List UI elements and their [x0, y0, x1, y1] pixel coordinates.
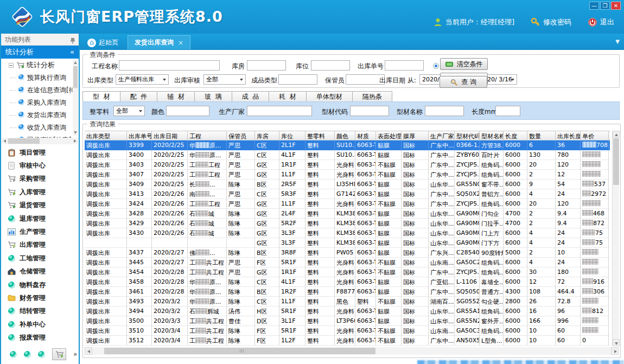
- scroll-left-icon[interactable]: [3, 139, 6, 143]
- sidebar-module[interactable]: 工地管理: [1, 252, 79, 265]
- tree-vertical-scrollbar[interactable]: [73, 60, 78, 136]
- column-header[interactable]: 库位: [279, 131, 305, 141]
- column-header[interactable]: 整零料: [305, 131, 335, 141]
- scrollbar-thumb[interactable]: [73, 66, 78, 88]
- module-dot-icon[interactable]: [38, 351, 45, 358]
- column-header[interactable]: 库房: [255, 131, 279, 141]
- location-input[interactable]: [311, 60, 350, 71]
- material-tab[interactable]: 成 品: [232, 91, 270, 102]
- warehouse-input[interactable]: [247, 60, 286, 71]
- scroll-right-icon[interactable]: [611, 347, 619, 355]
- sidebar-module[interactable]: 生产管理: [1, 225, 79, 238]
- sidebar-module[interactable]: 退库管理: [1, 212, 79, 225]
- material-tab[interactable]: 配 件: [120, 91, 158, 102]
- tree-item[interactable]: 采购入库查询: [1, 97, 79, 109]
- sidebar-module[interactable]: 出库管理: [1, 239, 79, 252]
- table-vertical-scrollbar[interactable]: [612, 131, 619, 346]
- scroll-down-icon[interactable]: [613, 339, 620, 346]
- product-type-input[interactable]: [278, 74, 317, 85]
- radio-selected-icon[interactable]: [433, 63, 439, 69]
- sidebar-module[interactable]: 采购管理: [1, 173, 79, 186]
- tree-item[interactable]: 发货出库查询: [1, 109, 79, 122]
- tab-home[interactable]: ⌂ 起始页: [83, 36, 123, 49]
- tree-root[interactable]: 统计分析: [1, 59, 79, 72]
- tree-item[interactable]: 预算执行查询: [1, 72, 79, 84]
- clear-conditions-button[interactable]: 清空条件: [440, 58, 488, 70]
- table-row[interactable]: 调拨出库35102020/3/4工共工程陈琳F区5R1F整料光身料6063-T5…: [85, 326, 610, 336]
- tree-item[interactable]: 收货入库查询: [1, 122, 79, 134]
- search-button[interactable]: 查 询: [440, 76, 487, 88]
- table-row[interactable]: 调拨出库34072020/2/25工工程严思G区1L1F整料光身料6063-T5…: [85, 170, 610, 180]
- material-tab[interactable]: 单体型材: [307, 91, 353, 102]
- table-row[interactable]: 调拨出库34542020/2/28工共工程严思G区1R1F整料光身料6063-T…: [85, 267, 610, 277]
- column-header[interactable]: 出库单号: [127, 131, 152, 141]
- tree-item[interactable]: 退货查询[待定]: [1, 134, 79, 138]
- material-tab[interactable]: 耗 材: [269, 91, 307, 102]
- table-row[interactable]: 调拨出库35002020/3/3工共工程曹佳D区3L1F整料LT3P606063…: [85, 316, 610, 326]
- change-password-button[interactable]: 修改密码: [531, 17, 571, 27]
- order-no-input[interactable]: [385, 60, 424, 71]
- whole-part-combo[interactable]: 全部: [113, 106, 145, 116]
- column-header[interactable]: 膜厚: [402, 131, 429, 141]
- column-header[interactable]: 出库类型: [85, 131, 127, 141]
- scroll-up-icon[interactable]: [74, 61, 77, 64]
- column-header[interactable]: 材质: [355, 131, 376, 141]
- tab-shipping-outbound-query[interactable]: 发货出库查询 ×: [128, 35, 190, 49]
- table-row[interactable]: 调拨出库34942020/3/2石辉城汤伟H区5R1F整料光身料6063-T5贴…: [85, 306, 610, 316]
- module-dot-icon[interactable]: [10, 351, 17, 358]
- table-horizontal-scrollbar[interactable]: [85, 347, 619, 355]
- sidebar-module[interactable]: 退货管理: [1, 199, 79, 212]
- table-row[interactable]: 调拨出库34132020/2/26南...严思C区5R3F整料G71422606…: [85, 189, 610, 199]
- profile-name-input[interactable]: [425, 106, 464, 116]
- scrollbar-thumb[interactable]: [8, 138, 40, 144]
- scroll-left-icon[interactable]: [85, 347, 92, 355]
- color-input[interactable]: [166, 106, 209, 116]
- table-row[interactable]: 调拨出库34292020/2/26石城陈琳G区5R2F整料KLM38176063…: [85, 219, 610, 228]
- material-tab[interactable]: 型 材: [82, 91, 120, 102]
- scrollbar-thumb[interactable]: [104, 348, 375, 354]
- collapse-icon[interactable]: «: [70, 46, 74, 59]
- audit-combo[interactable]: 全部: [203, 74, 246, 85]
- column-header[interactable]: 出库日期: [152, 131, 188, 141]
- table-row[interactable]: 调拨出库35122020/3/4工共工程陈琳F区1L2F整料光身料6063-T5…: [85, 336, 610, 346]
- table-row[interactable]: 调拨出库34242020/2/26工工程严思G区1L1F整料光身料6063-T5…: [85, 199, 610, 209]
- column-header[interactable]: 出库长度: [556, 131, 581, 141]
- table-row[interactable]: 调拨出库34282020/2/26石城陈琳G区2L4F整料KLM38176063…: [85, 209, 610, 219]
- table-row[interactable]: 调拨出库34302020/2/26石城陈琳G区3L3F整料KLM38176063…: [85, 228, 610, 238]
- column-header[interactable]: 生产厂家: [429, 131, 455, 141]
- sidebar-section-statistics[interactable]: 统计分析 «: [1, 46, 79, 59]
- tab-list-caret-icon[interactable]: ▼: [615, 39, 620, 44]
- cart-module-button[interactable]: [52, 348, 66, 360]
- table-row[interactable]: 调拨出库34932020/3/2华原...陈琳C区1L1F整料黑色塑料不贴膜国标…: [85, 297, 610, 306]
- column-header[interactable]: 型材代码: [455, 131, 480, 141]
- maximize-button[interactable]: ❐: [600, 2, 610, 10]
- sidebar-module[interactable]: 仓储管理: [1, 265, 79, 278]
- column-header[interactable]: 保管员: [227, 131, 255, 141]
- table-row[interactable]: 调拨出库34582020/2/28华原...陈琳C区4L1F整料光身料6063-…: [85, 277, 610, 287]
- tree-expander-icon[interactable]: [9, 63, 14, 68]
- module-dot-icon[interactable]: [24, 351, 31, 358]
- sidebar-module[interactable]: 报废管理: [1, 331, 79, 344]
- scroll-up-icon[interactable]: [613, 131, 620, 138]
- sidebar-module[interactable]: 财务管理: [1, 291, 79, 304]
- table-row[interactable]: 调拨出库33992020/2/25华原...严思C区2L1F整料SU10...6…: [85, 141, 610, 150]
- profile-code-input[interactable]: [350, 106, 389, 116]
- length-input[interactable]: [495, 106, 520, 116]
- sidebar-module[interactable]: 补单中心: [1, 318, 79, 331]
- column-header[interactable]: 型材名称: [480, 131, 504, 141]
- column-header[interactable]: 颜色: [335, 131, 355, 141]
- manufacturer-input[interactable]: [247, 106, 312, 116]
- material-tab[interactable]: 隔热条: [353, 91, 392, 102]
- table-row[interactable]: 调拨出库34002020/2/25华原...严思C区4L1F整料SU10...6…: [85, 150, 610, 160]
- column-header[interactable]: 单价: [581, 131, 609, 141]
- table-row[interactable]: 调拨出库34452020/2/27工共工程严思F区5R1F整料光身料6063-T…: [85, 258, 610, 267]
- sidebar-module[interactable]: 结转管理: [1, 305, 79, 318]
- more-modules-button[interactable]: »: [73, 352, 77, 357]
- table-row[interactable]: 调拨出库34372020/2/27佛...陈琳B区3R8F整料PW056063-…: [85, 248, 610, 258]
- scroll-down-icon[interactable]: [74, 131, 77, 134]
- scrollbar-thumb[interactable]: [613, 138, 619, 185]
- tab-close-icon[interactable]: ×: [178, 39, 183, 47]
- sidebar-module[interactable]: 项目管理: [1, 146, 79, 159]
- column-header[interactable]: 表面处理: [376, 131, 402, 141]
- column-header[interactable]: 数量: [527, 131, 556, 141]
